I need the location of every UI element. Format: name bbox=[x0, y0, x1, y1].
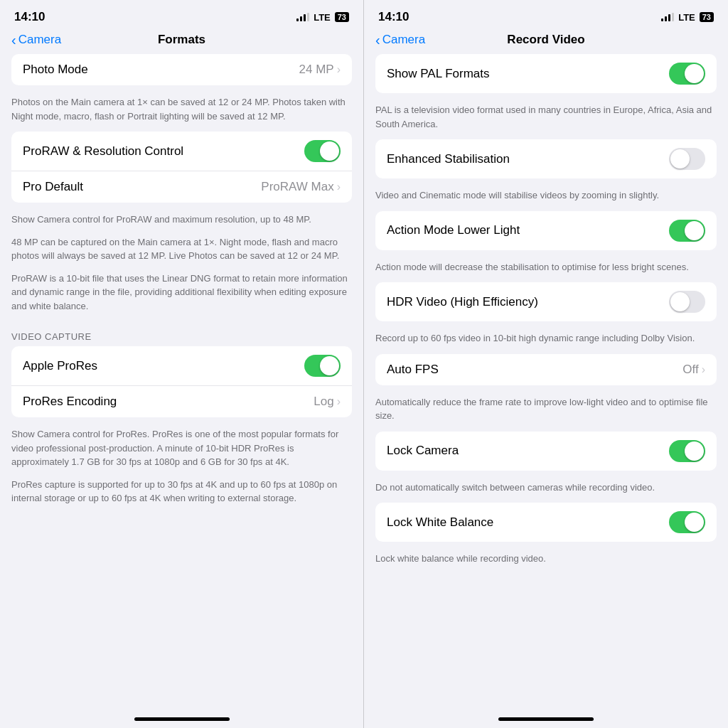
label-lock_camera: Lock Camera bbox=[387, 444, 459, 458]
prores-desc2: ProRes capture is supported for up to 30… bbox=[0, 478, 363, 514]
time-right: 14:10 bbox=[378, 10, 409, 24]
pro-default-row[interactable]: Pro Default ProRAW Max › bbox=[11, 171, 352, 203]
chevron-right-icon-3: › bbox=[337, 395, 341, 408]
video-capture-group: Apple ProRes ProRes Encoding Log › bbox=[11, 346, 352, 417]
setting-group-lock_wb: Lock White Balance bbox=[375, 503, 717, 542]
pro-default-value: ProRAW Max › bbox=[261, 180, 341, 194]
toggle-knob-2 bbox=[320, 356, 339, 375]
proraw-desc3: ProRAW is a 10-bit file that uses the Li… bbox=[0, 272, 363, 322]
label-action_mode: Action Mode Lower Light bbox=[387, 223, 520, 237]
toggle-show_pal[interactable] bbox=[669, 63, 705, 85]
proraw-desc: Show Camera control for ProRAW and maxim… bbox=[0, 208, 363, 235]
setting-group-lock_camera: Lock Camera bbox=[375, 432, 717, 471]
pro-default-label: Pro Default bbox=[23, 180, 83, 194]
toggle-lock_camera[interactable] bbox=[669, 440, 705, 462]
toggle-knob-lock_camera bbox=[685, 441, 704, 461]
setting-group-action_mode: Action Mode Lower Light bbox=[375, 211, 717, 250]
left-content: Photo Mode 24 MP › Photos on the Main ca… bbox=[0, 54, 363, 712]
right-panel: 14:10 LTE 73 ‹ Camera Record Video Show … bbox=[364, 0, 728, 728]
setting-row-show_pal: Show PAL Formats bbox=[375, 54, 717, 93]
chevron-right-icon-auto_fps: › bbox=[702, 363, 705, 376]
video-capture-label: VIDEO CAPTURE bbox=[0, 321, 363, 346]
home-indicator-left bbox=[134, 717, 230, 721]
proraw-group: ProRAW & Resolution Control Pro Default … bbox=[11, 132, 352, 203]
nav-title-left: Formats bbox=[158, 33, 205, 47]
status-icons-right: LTE 73 bbox=[661, 12, 714, 23]
setting-group-show_pal: Show PAL Formats bbox=[375, 54, 717, 93]
desc-auto_fps: Automatically reduce the frame rate to i… bbox=[364, 391, 728, 432]
status-icons-left: LTE 73 bbox=[296, 12, 349, 23]
setting-row-lock_wb: Lock White Balance bbox=[375, 503, 717, 542]
apple-prores-row: Apple ProRes bbox=[11, 346, 352, 386]
proraw-desc2: 48 MP can be captured on the Main camera… bbox=[0, 235, 363, 272]
toggle-knob-hdr_video bbox=[670, 292, 690, 311]
label-show_pal: Show PAL Formats bbox=[387, 67, 490, 81]
toggle-knob-action_mode bbox=[685, 221, 704, 240]
desc-lock_camera: Do not automatically switch between came… bbox=[364, 476, 728, 503]
nav-bar-right: ‹ Camera Record Video bbox=[364, 28, 728, 54]
right-content: Show PAL FormatsPAL is a television vide… bbox=[364, 54, 728, 712]
battery-right: 73 bbox=[700, 12, 714, 22]
back-label-right: Camera bbox=[382, 33, 425, 47]
chevron-right-icon-2: › bbox=[337, 181, 341, 193]
apple-prores-toggle[interactable] bbox=[304, 355, 341, 377]
signal-icon-left bbox=[296, 13, 309, 21]
value-auto_fps: Off› bbox=[682, 363, 705, 377]
desc-enhanced_stab: Video and Cinematic mode will stabilise … bbox=[364, 184, 728, 211]
label-auto_fps: Auto FPS bbox=[387, 363, 439, 377]
battery-left: 73 bbox=[335, 12, 349, 22]
label-enhanced_stab: Enhanced Stabilisation bbox=[387, 152, 510, 166]
prores-desc: Show Camera control for ProRes. ProRes i… bbox=[0, 423, 363, 478]
back-button-right[interactable]: ‹ Camera bbox=[375, 33, 425, 47]
network-right: LTE bbox=[678, 12, 695, 23]
toggle-knob bbox=[320, 141, 339, 161]
photo-mode-row[interactable]: Photo Mode 24 MP › bbox=[11, 54, 352, 85]
photo-mode-value: 24 MP › bbox=[299, 63, 341, 77]
photo-mode-label: Photo Mode bbox=[23, 63, 88, 77]
toggle-lock_wb[interactable] bbox=[669, 511, 705, 533]
setting-row-lock_camera: Lock Camera bbox=[375, 432, 717, 471]
prores-encoding-row[interactable]: ProRes Encoding Log › bbox=[11, 386, 352, 417]
proraw-row: ProRAW & Resolution Control bbox=[11, 132, 352, 171]
chevron-right-icon: › bbox=[337, 63, 341, 76]
nav-title-right: Record Video bbox=[507, 33, 584, 47]
setting-group-auto_fps: Auto FPSOff› bbox=[375, 354, 717, 385]
proraw-label: ProRAW & Resolution Control bbox=[23, 144, 183, 159]
setting-row-action_mode: Action Mode Lower Light bbox=[375, 211, 717, 250]
home-indicator-right bbox=[498, 717, 594, 721]
apple-prores-label: Apple ProRes bbox=[23, 359, 97, 373]
chevron-left-icon-right: ‹ bbox=[375, 33, 380, 47]
nav-bar-left: ‹ Camera Formats bbox=[0, 28, 363, 54]
desc-hdr_video: Record up to 60 fps video in 10-bit high… bbox=[364, 327, 728, 354]
toggle-enhanced_stab[interactable] bbox=[669, 148, 705, 170]
time-left: 14:10 bbox=[14, 10, 45, 24]
chevron-left-icon-left: ‹ bbox=[11, 33, 16, 47]
toggle-hdr_video[interactable] bbox=[669, 291, 705, 313]
setting-group-hdr_video: HDR Video (High Efficiency) bbox=[375, 282, 717, 321]
prores-encoding-value: Log › bbox=[314, 395, 341, 409]
setting-row-hdr_video: HDR Video (High Efficiency) bbox=[375, 282, 717, 321]
prores-encoding-label: ProRes Encoding bbox=[23, 395, 117, 409]
photo-mode-group: Photo Mode 24 MP › bbox=[11, 54, 352, 85]
network-left: LTE bbox=[314, 12, 331, 23]
desc-lock_wb: Lock white balance while recording video… bbox=[364, 547, 728, 574]
status-bar-left: 14:10 LTE 73 bbox=[0, 0, 363, 28]
back-label-left: Camera bbox=[18, 33, 61, 47]
toggle-action_mode[interactable] bbox=[669, 220, 705, 242]
toggle-knob-enhanced_stab bbox=[670, 149, 690, 168]
proraw-toggle[interactable] bbox=[304, 140, 341, 162]
left-panel: 14:10 LTE 73 ‹ Camera Formats Photo Mode bbox=[0, 0, 364, 728]
status-bar-right: 14:10 LTE 73 bbox=[364, 0, 728, 28]
desc-action_mode: Action mode will decrease the stabilisat… bbox=[364, 256, 728, 283]
toggle-knob-lock_wb bbox=[685, 513, 704, 532]
signal-icon-right bbox=[661, 13, 674, 21]
setting-row-enhanced_stab: Enhanced Stabilisation bbox=[375, 139, 717, 178]
setting-group-enhanced_stab: Enhanced Stabilisation bbox=[375, 139, 717, 178]
label-lock_wb: Lock White Balance bbox=[387, 515, 493, 530]
toggle-knob-show_pal bbox=[685, 64, 704, 83]
back-button-left[interactable]: ‹ Camera bbox=[11, 33, 61, 47]
desc-show_pal: PAL is a television video format used in… bbox=[364, 99, 728, 139]
setting-row-auto_fps[interactable]: Auto FPSOff› bbox=[375, 354, 717, 385]
label-hdr_video: HDR Video (High Efficiency) bbox=[387, 295, 538, 309]
photo-mode-desc: Photos on the Main camera at 1× can be s… bbox=[0, 91, 363, 132]
